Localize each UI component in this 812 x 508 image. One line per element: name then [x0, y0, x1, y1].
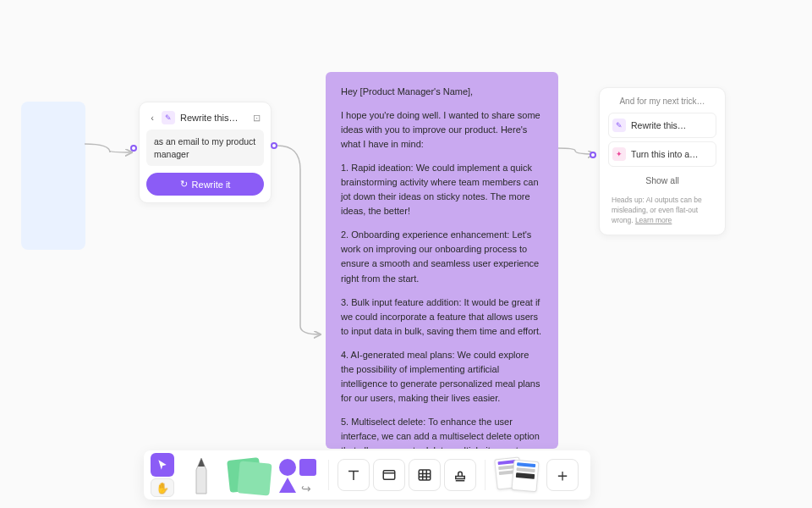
node-port-right[interactable]: [271, 142, 277, 149]
bottom-toolbar: ✋ ↪: [144, 450, 590, 500]
learn-more-link[interactable]: Learn more: [635, 216, 672, 224]
trick-action-transform[interactable]: ✦ Turn this into a…: [608, 141, 716, 167]
table-tool[interactable]: [409, 459, 441, 491]
transform-icon: ✦: [612, 147, 626, 161]
rewrite-card-title: Rewrite this…: [180, 113, 245, 123]
gen-greeting: Hey [Product Manager's Name],: [341, 85, 543, 99]
text-tool[interactable]: [337, 459, 370, 491]
offscreen-panel-edge: [21, 102, 85, 250]
generated-output-note[interactable]: Hey [Product Manager's Name], I hope you…: [326, 72, 558, 449]
gen-item: 2. Onboarding experience enhancement: Le…: [341, 228, 543, 285]
trick-action-rewrite[interactable]: ✎ Rewrite this…: [608, 113, 716, 138]
show-all-button[interactable]: Show all: [608, 170, 716, 190]
node-port-trick-left[interactable]: [590, 152, 596, 158]
rewrite-card: ‹ ✎ Rewrite this… ⊡ as an email to my pr…: [139, 102, 272, 203]
next-trick-title: And for my next trick…: [608, 97, 716, 106]
node-port-left[interactable]: [130, 145, 137, 152]
rewrite-prompt-input[interactable]: as an email to my product manager: [146, 130, 264, 166]
gen-item: 4. AI-generated meal plans: We could exp…: [341, 348, 543, 406]
refresh-icon: ↻: [180, 179, 188, 190]
hand-tool[interactable]: ✋: [151, 478, 174, 497]
rewrite-submit-button[interactable]: ↻ Rewrite it: [146, 173, 264, 196]
rewrite-icon: ✎: [162, 111, 175, 124]
rewrite-icon: ✎: [612, 119, 626, 132]
gen-item: 3. Bulk input feature addition: It would…: [341, 295, 543, 339]
more-tools-button[interactable]: ＋: [546, 459, 579, 491]
arrow-icon: ↪: [301, 482, 311, 495]
select-tool[interactable]: [151, 453, 174, 477]
section-tool[interactable]: [373, 459, 405, 491]
gen-intro: I hope you're doing well. I wanted to sh…: [341, 108, 543, 152]
gen-item: 1. Rapid ideation: We could implement a …: [341, 161, 543, 218]
gen-item: 5. Multiselect delete: To enhance the us…: [341, 415, 543, 449]
stamp-tool[interactable]: [444, 459, 476, 491]
next-trick-card: And for my next trick… ✎ Rewrite this… ✦…: [599, 87, 726, 235]
ai-disclaimer: Heads up: AI outputs can be misleading, …: [608, 196, 716, 226]
sticky-note-tool[interactable]: [225, 455, 272, 495]
pen-tool[interactable]: [181, 455, 222, 495]
back-icon[interactable]: ‹: [148, 113, 156, 122]
svg-rect-0: [383, 471, 395, 480]
image-upload-icon[interactable]: ⊡: [250, 112, 262, 124]
shapes-tool[interactable]: ↪: [276, 455, 325, 495]
templates-tool[interactable]: [494, 456, 543, 494]
svg-rect-1: [419, 470, 431, 480]
